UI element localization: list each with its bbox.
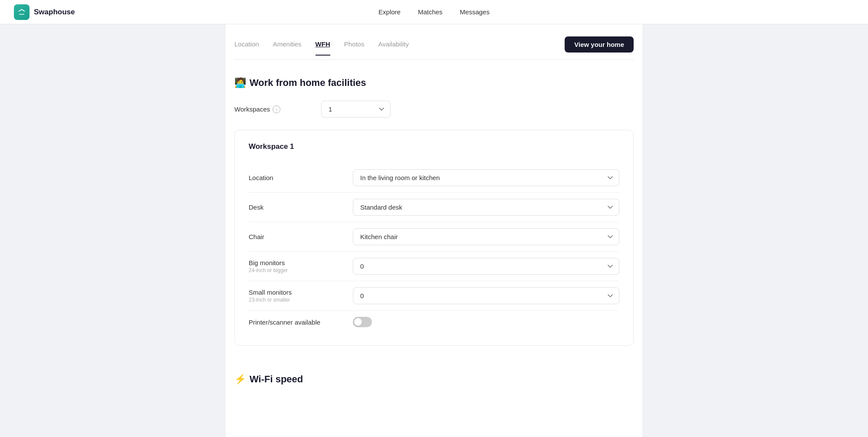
workspace-small-monitors-row: Small monitors 23-inch or smaller 0 1 2 … <box>249 281 619 311</box>
tabs: Location Amenities WFH Photos Availabili… <box>234 40 409 56</box>
header: Swaphouse Explore Matches Messages <box>0 0 868 24</box>
view-home-button[interactable]: View your home <box>565 36 634 53</box>
workspace-chair-select[interactable]: Kitchen chair Office chair No chair Othe… <box>353 228 619 245</box>
wifi-section: ⚡ Wi-Fi speed <box>234 360 634 385</box>
workspace-printer-label: Printer/scanner available <box>249 319 353 326</box>
workspace-location-select[interactable]: In the living room or kitchen In a dedic… <box>353 169 619 186</box>
workspace-small-monitors-select[interactable]: 0 1 2 3 <box>353 287 619 304</box>
tab-bar: Location Amenities WFH Photos Availabili… <box>234 24 634 60</box>
workspace-location-label: Location <box>249 174 353 181</box>
nav-matches[interactable]: Matches <box>418 8 443 16</box>
workspaces-info-icon[interactable]: i <box>273 105 280 113</box>
logo-area: Swaphouse <box>14 4 75 20</box>
workspace-big-monitors-row: Big monitors 24-inch or bigger 0 1 2 3 <box>249 252 619 281</box>
workspace-big-monitors-label: Big monitors 24-inch or bigger <box>249 259 353 273</box>
tab-amenities[interactable]: Amenities <box>273 40 302 56</box>
wifi-title-text: Wi-Fi speed <box>250 374 303 385</box>
tab-wfh[interactable]: WFH <box>316 40 330 56</box>
wfh-section-title: 🧑‍💻 Work from home facilities <box>234 77 634 89</box>
workspace-desk-row: Desk Standard desk Standing desk No desk… <box>249 193 619 222</box>
wifi-title: ⚡ Wi-Fi speed <box>234 374 634 385</box>
wifi-title-emoji: ⚡ <box>234 374 246 385</box>
printer-toggle[interactable] <box>353 317 372 327</box>
workspaces-label: Workspaces i <box>234 105 321 113</box>
workspace-desk-select[interactable]: Standard desk Standing desk No desk Othe… <box>353 199 619 216</box>
workspaces-select[interactable]: 1 2 3 <box>321 101 391 118</box>
workspace-card: Workspace 1 Location In the living room … <box>234 130 634 346</box>
logo-icon <box>14 4 30 20</box>
nav-messages[interactable]: Messages <box>460 8 490 16</box>
toggle-thumb <box>354 318 362 326</box>
page-container: Location Amenities WFH Photos Availabili… <box>226 24 642 437</box>
workspace-location-row: Location In the living room or kitchen I… <box>249 163 619 193</box>
workspace-card-title: Workspace 1 <box>249 142 619 151</box>
main-nav: Explore Matches Messages <box>378 8 490 16</box>
workspace-chair-label: Chair <box>249 233 353 240</box>
workspace-big-monitors-select[interactable]: 0 1 2 3 <box>353 258 619 275</box>
nav-explore[interactable]: Explore <box>378 8 401 16</box>
wfh-title-emoji: 🧑‍💻 <box>234 77 246 89</box>
tab-photos[interactable]: Photos <box>344 40 365 56</box>
workspace-desk-label: Desk <box>249 204 353 211</box>
workspace-chair-row: Chair Kitchen chair Office chair No chai… <box>249 222 619 252</box>
logo-text: Swaphouse <box>34 8 75 16</box>
workspace-small-monitors-label: Small monitors 23-inch or smaller <box>249 289 353 303</box>
workspaces-field-row: Workspaces i 1 2 3 <box>234 101 634 118</box>
workspace-printer-row: Printer/scanner available <box>249 311 619 333</box>
tab-availability[interactable]: Availability <box>378 40 409 56</box>
wfh-title-text: Work from home facilities <box>250 77 366 89</box>
tab-location[interactable]: Location <box>234 40 259 56</box>
